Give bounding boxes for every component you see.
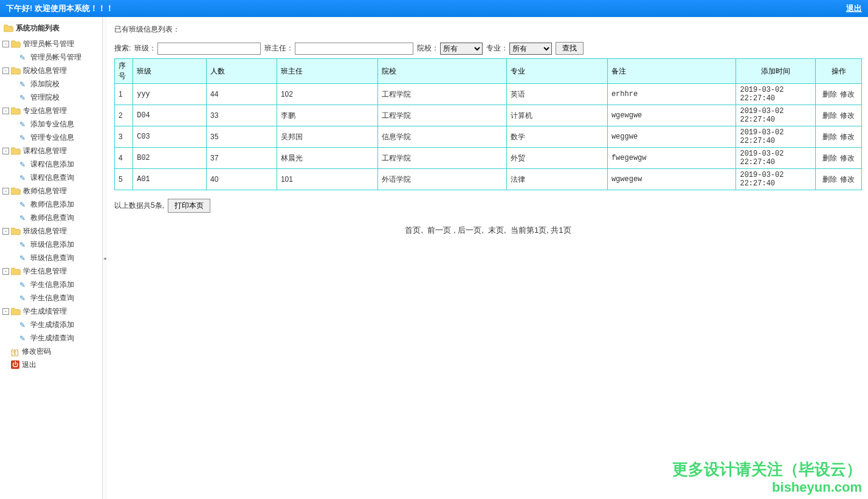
edit-icon (19, 213, 28, 222)
class-input[interactable] (157, 43, 261, 55)
nav-group[interactable]: -教师信息管理 (2, 184, 102, 198)
delete-link[interactable]: 删除 (822, 132, 837, 141)
nav-item[interactable]: 班级信息添加 (19, 238, 102, 251)
table-cell: 信息学院 (378, 126, 507, 148)
table-cell: 37 (207, 148, 277, 169)
nav-item[interactable]: 学生信息查询 (19, 291, 102, 305)
table-cell: 44 (207, 84, 277, 105)
school-select[interactable]: 所有 (440, 43, 483, 55)
nav-item[interactable]: 班级信息查询 (19, 251, 102, 264)
collapse-icon[interactable]: - (2, 268, 9, 275)
nav-group[interactable]: -院校信息管理 (2, 64, 102, 77)
pager-next[interactable]: 后一页, (458, 225, 484, 235)
collapse-icon[interactable]: - (2, 188, 9, 194)
search-bar: 搜索: 班级： 班主任： 院校： 所有 专业： 所有 查找 (114, 42, 862, 55)
edit-icon (19, 173, 28, 182)
nav-item[interactable]: 管理院校 (19, 91, 102, 104)
delete-link[interactable]: 删除 (822, 154, 837, 162)
logout-link[interactable]: 退出 (846, 0, 862, 17)
table-cell: 40 (207, 169, 277, 190)
table-cell: 林晨光 (277, 148, 377, 169)
nav-group[interactable]: -管理员帐号管理 (2, 37, 102, 50)
table-cell-actions: 删除 修改 (816, 105, 862, 126)
nav-group[interactable]: -学生信息管理 (2, 264, 102, 278)
nav-item[interactable]: 添加专业信息 (19, 117, 102, 131)
nav-item[interactable]: 教师信息添加 (19, 198, 102, 211)
edit-link[interactable]: 修改 (840, 90, 855, 98)
nav-item[interactable]: 课程信息查询 (19, 171, 102, 184)
table-cell: C03 (133, 126, 207, 148)
folder-open-icon (11, 67, 21, 75)
table-cell: 3 (115, 126, 133, 148)
delete-link[interactable]: 删除 (822, 90, 837, 98)
nav-item[interactable]: 学生成绩查询 (19, 331, 102, 345)
print-button[interactable]: 打印本页 (168, 199, 210, 213)
pager-first[interactable]: 首页, (405, 225, 423, 235)
nav-item[interactable]: 管理员帐号管理 (19, 50, 102, 64)
nav-tree: -管理员帐号管理管理员帐号管理-院校信息管理添加院校管理院校-专业信息管理添加专… (0, 37, 102, 371)
edit-icon (19, 320, 28, 329)
table-cell: A01 (133, 169, 207, 190)
nav-item[interactable]: 添加院校 (19, 77, 102, 91)
edit-icon (19, 93, 28, 102)
collapse-icon[interactable]: - (2, 228, 9, 235)
nav-item[interactable]: 学生成绩添加 (19, 318, 102, 331)
nav-group[interactable]: -学生成绩管理 (2, 305, 102, 318)
nav-item-label: 班级信息添加 (30, 238, 74, 250)
nav-item-label: 学生成绩查询 (30, 332, 74, 344)
chevron-left-icon: ◂ (103, 255, 106, 261)
collapse-icon[interactable]: - (2, 148, 9, 154)
main-content: 已有班级信息列表： 搜索: 班级： 班主任： 院校： 所有 专业： 所有 查找 … (107, 17, 868, 499)
table-cell-actions: 删除 修改 (816, 126, 862, 148)
find-button[interactable]: 查找 (556, 42, 584, 55)
nav-item[interactable]: 学生信息添加 (19, 278, 102, 291)
folder-open-icon (11, 187, 21, 195)
nav-change-password[interactable]: 修改密码 (2, 345, 102, 358)
collapse-icon[interactable]: - (2, 41, 9, 47)
pager-last[interactable]: 末页, (488, 225, 506, 235)
table-row: 5A0140101外语学院法律wgwegew2019-03-02 22:27:4… (115, 169, 862, 190)
th-major: 专业 (506, 59, 607, 84)
nav-item-label: 学生信息添加 (30, 278, 74, 291)
delete-link[interactable]: 删除 (822, 111, 837, 120)
nav-item-label: 修改密码 (22, 345, 51, 357)
nav-item-label: 班级信息查询 (30, 252, 74, 264)
sidebar-splitter[interactable]: ◂ (103, 17, 107, 499)
th-remark: 备注 (607, 59, 736, 84)
major-select[interactable]: 所有 (509, 43, 552, 55)
pager-prev[interactable]: 前一页 , (427, 225, 455, 235)
nav-group-label: 学生成绩管理 (23, 305, 67, 317)
nav-group-label: 学生信息管理 (23, 265, 67, 277)
collapse-icon[interactable]: - (2, 108, 9, 114)
sidebar: 系统功能列表 -管理员帐号管理管理员帐号管理-院校信息管理添加院校管理院校-专业… (0, 17, 103, 499)
edit-link[interactable]: 修改 (840, 175, 855, 184)
nav-item[interactable]: 课程信息添加 (19, 157, 102, 171)
nav-item-label: 学生信息查询 (30, 292, 74, 304)
nav-group[interactable]: -专业信息管理 (2, 104, 102, 117)
collapse-icon[interactable]: - (2, 308, 9, 315)
nav-exit[interactable]: 退出 (2, 358, 102, 371)
head-input[interactable] (295, 43, 413, 55)
nav-group[interactable]: -课程信息管理 (2, 144, 102, 157)
nav-item[interactable]: 教师信息查询 (19, 211, 102, 224)
edit-link[interactable]: 修改 (840, 132, 855, 141)
table-cell: fwegewgw (607, 148, 736, 169)
delete-link[interactable]: 删除 (822, 175, 837, 184)
nav-item-label: 学生成绩添加 (30, 318, 74, 331)
nav-group-label: 管理员帐号管理 (23, 38, 74, 50)
power-icon (11, 360, 19, 369)
collapse-icon[interactable]: - (2, 67, 9, 74)
greeting-text: 下午好! 欢迎使用本系统！！！ (6, 0, 114, 17)
head-label: 班主任： (264, 43, 294, 53)
edit-link[interactable]: 修改 (840, 154, 855, 162)
edit-link[interactable]: 修改 (840, 111, 855, 120)
nav-item-label: 退出 (22, 359, 36, 371)
nav-group[interactable]: -班级信息管理 (2, 224, 102, 238)
summary-row: 以上数据共5条, 打印本页 (114, 199, 862, 213)
table-cell: 2019-03-02 22:27:40 (736, 148, 816, 169)
nav-item[interactable]: 管理专业信息 (19, 131, 102, 144)
table-cell: 工程学院 (378, 105, 507, 126)
nav-group-label: 班级信息管理 (23, 225, 67, 237)
table-cell: wgwegew (607, 169, 736, 190)
table-cell: 2 (115, 105, 133, 126)
